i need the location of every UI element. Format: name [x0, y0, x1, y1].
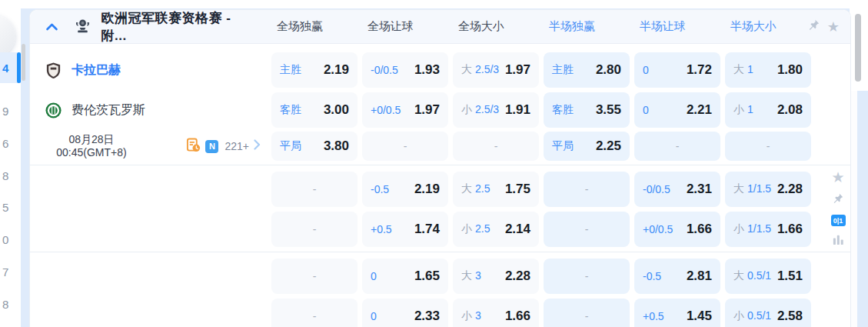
odds-value: 2.33 [414, 309, 440, 324]
pin-match-icon[interactable] [832, 192, 844, 208]
home-team-name[interactable]: 卡拉巴赫 [72, 62, 121, 78]
news-badge-icon[interactable]: N [205, 140, 218, 153]
odds-cell[interactable]: 客胜3.00 [271, 92, 358, 128]
league-rail-label: 7 [2, 265, 8, 279]
bet-line-label: -0/0.5 [371, 64, 398, 76]
bet-line-label: 客胜 [552, 103, 574, 117]
bar-chart-icon[interactable] [832, 233, 845, 249]
league-rail-label: 8 [2, 169, 8, 182]
odds-cell[interactable]: 小31.66 [453, 299, 539, 327]
odds-cell[interactable]: +0/0.51.66 [634, 212, 720, 247]
ou-prefix: 大 [461, 63, 472, 77]
league-rail-item[interactable]: 0 [0, 231, 21, 248]
odds-value: 2.14 [505, 222, 530, 237]
odds-cell[interactable]: 大2.5/31.97 [453, 52, 539, 88]
odds-cell[interactable]: 小1/1.51.66 [725, 212, 811, 247]
bet-line-label: 客胜 [280, 103, 301, 117]
odds-cell[interactable]: 02.33 [362, 299, 448, 327]
odds-cell[interactable]: 01.72 [634, 52, 720, 88]
odds-cell[interactable]: 小2.52.14 [453, 212, 539, 247]
bet-line-label: -0.5 [643, 270, 661, 282]
bet-line-label: 1 [747, 63, 753, 75]
odds-cell-empty: - [544, 259, 630, 294]
odds-cell[interactable]: 主胜2.80 [544, 52, 630, 88]
binary-odds-toggle[interactable]: 0|1 [831, 215, 846, 226]
odds-cell[interactable]: +0.51.74 [362, 212, 448, 247]
row-action-rail: ★ 0|1 [830, 170, 846, 249]
league-rail-item[interactable]: 9 [0, 102, 21, 119]
league-title[interactable]: 欧洲冠军联赛资格赛 - 附... [101, 9, 256, 45]
odds-cell[interactable]: 客胜3.55 [544, 92, 630, 128]
odds-cell[interactable]: 小12.08 [725, 92, 811, 128]
odds-cell[interactable]: 大1/1.52.28 [725, 172, 811, 207]
odds-value: 1.66 [687, 222, 712, 237]
odds-rows: 卡拉巴赫 主胜2.19-0/0.51.93大2.5/31.97主胜2.8001.… [30, 44, 850, 327]
odds-value: 1.75 [505, 182, 530, 197]
league-header: 欧洲冠军联赛资格赛 - 附... 全场独赢全场让球全场大小半场独赢半场让球半场大… [30, 10, 850, 44]
bet-line-label: 0.5/1 [747, 309, 771, 322]
left-scrollbar-thumb[interactable] [22, 44, 25, 81]
collapse-chevron-up-icon[interactable] [44, 22, 60, 32]
odds-value: 1.91 [505, 102, 530, 118]
odds-cell[interactable]: 小2.5/31.91 [453, 92, 539, 128]
odds-cell[interactable]: 大32.28 [453, 259, 539, 294]
league-rail-item[interactable]: 8 [0, 295, 21, 312]
odds-cell[interactable]: 平局3.80 [271, 132, 358, 161]
league-rail-item[interactable]: 8 [0, 167, 21, 184]
odds-cell[interactable]: 01.65 [362, 259, 448, 294]
odds-value: 3.55 [596, 102, 621, 118]
section-divider [30, 165, 850, 165]
column-header-0: 全场独赢 [257, 19, 343, 34]
no-odds-dash: - [313, 183, 317, 195]
odds-cell[interactable]: 主胜2.19 [271, 52, 358, 88]
extra-line-row: -02.33小31.66-+0.51.45小0.5/12.58 [30, 296, 850, 327]
odds-cell[interactable]: +0.51.45 [634, 299, 720, 327]
league-rail-label: 8 [2, 298, 8, 311]
expand-markets-chevron-right-icon[interactable] [254, 139, 261, 153]
odds-value: 1.66 [505, 309, 530, 324]
column-header-2: 全场大小 [438, 19, 524, 34]
odds-value: 2.19 [324, 62, 349, 78]
page-scrollbar-thumb[interactable] [855, 14, 861, 82]
ou-prefix: 小 [461, 309, 472, 323]
match-stats-icon[interactable] [186, 138, 201, 155]
odds-value: 1.97 [414, 102, 440, 118]
odds-cell[interactable]: -0.52.81 [634, 259, 720, 294]
odds-value: 2.58 [777, 309, 803, 324]
bet-line-label: 2.5 [475, 222, 490, 235]
favorite-star-icon[interactable]: ★ [831, 170, 844, 185]
odds-cell[interactable]: 平局2.25 [544, 132, 630, 161]
odds-cell-empty: - [544, 172, 630, 207]
away-team-name[interactable]: 费伦茨瓦罗斯 [72, 102, 145, 118]
odds-cell[interactable]: 大2.51.75 [453, 172, 539, 207]
bet-line-label: -0/0.5 [643, 183, 670, 195]
bet-line-label: +0.5 [643, 310, 664, 322]
more-markets-count[interactable]: 221+ [224, 140, 249, 152]
ou-prefix: 小 [733, 103, 744, 117]
favorite-league-star-icon[interactable]: ★ [827, 20, 840, 34]
odds-cell[interactable]: 大11.80 [725, 52, 811, 88]
no-odds-dash: - [676, 140, 680, 152]
odds-cell[interactable]: 小0.5/12.58 [725, 299, 811, 327]
odds-cell[interactable]: -0/0.52.31 [634, 172, 720, 207]
odds-cell[interactable]: +0/0.51.97 [362, 92, 448, 128]
pin-league-icon[interactable] [807, 18, 820, 35]
odds-cell[interactable]: -0/0.51.93 [362, 52, 448, 88]
league-rail-label: 5 [2, 201, 8, 214]
odds-value: 2.31 [687, 182, 712, 197]
ou-prefix: 大 [733, 269, 744, 283]
league-rail-item[interactable]: 7 [0, 263, 21, 280]
odds-cell[interactable]: -0.52.19 [362, 172, 448, 207]
odds-value: 2.19 [414, 182, 440, 197]
floating-toggle-button[interactable] [0, 15, 15, 57]
odds-cell-empty: - [725, 132, 811, 161]
odds-cell[interactable]: 大0.5/11.51 [725, 259, 811, 294]
match-odds-card: 欧洲冠军联赛资格赛 - 附... 全场独赢全场让球全场大小半场独赢半场让球半场大… [29, 9, 851, 327]
league-rail-item[interactable]: 4 [0, 52, 21, 83]
odds-cell[interactable]: 02.21 [634, 92, 720, 128]
odds-value: 2.81 [687, 269, 712, 284]
league-rail-item[interactable]: 5 [0, 199, 21, 215]
odds-cell-empty: - [634, 132, 720, 161]
league-rail-item[interactable]: 6 [0, 135, 21, 152]
no-odds-dash: - [585, 270, 589, 282]
